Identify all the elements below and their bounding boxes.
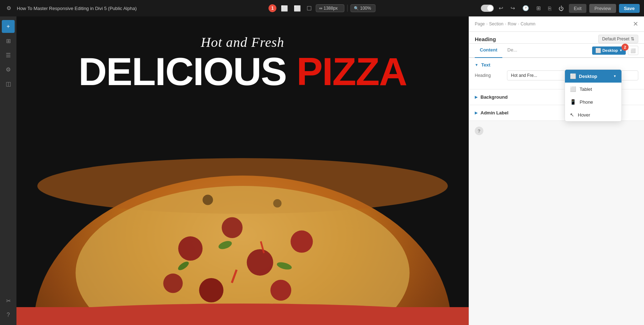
canvas-content: Hot and Fresh DELICIOUS PIZZA bbox=[16, 16, 469, 325]
help-btn[interactable]: ? bbox=[2, 309, 15, 321]
phone-icon: 📱 bbox=[570, 99, 576, 105]
portability-btn[interactable]: ⎘ bbox=[546, 4, 553, 13]
breadcrumb: Page › Section › Row › Column bbox=[475, 21, 535, 26]
layers-icon: ◫ bbox=[6, 80, 11, 87]
desktop-icon-small: ⬜ bbox=[595, 48, 601, 53]
hero-subtitle: Hot and Fresh bbox=[78, 34, 406, 50]
topbar-title: How To Master Responsive Editing in Divi… bbox=[17, 6, 477, 11]
breadcrumb-row[interactable]: Row bbox=[508, 21, 516, 26]
svg-point-9 bbox=[199, 278, 223, 302]
undo-btn[interactable]: ↩ bbox=[497, 4, 506, 13]
tab-design[interactable]: De... bbox=[502, 44, 522, 58]
pizza-image-container bbox=[16, 110, 469, 325]
admin-label-label: Admin Label bbox=[480, 110, 508, 115]
resp-btn-wrapper: ⬜ Desktop ▼ 2 bbox=[592, 46, 626, 55]
help-circle-btn[interactable]: ? bbox=[475, 127, 483, 135]
svg-point-6 bbox=[291, 231, 313, 253]
right-panel: Page › Section › Row › Column ✕ Heading … bbox=[469, 16, 644, 325]
topbar: ⚙ How To Master Responsive Editing in Di… bbox=[0, 0, 644, 16]
breadcrumb-column[interactable]: Column bbox=[521, 21, 535, 26]
layout-icon: ⊞ bbox=[6, 38, 11, 44]
pizza-svg bbox=[16, 110, 469, 325]
left-sidebar: + ⊞ ☰ ⚙ ◫ ✂ ? bbox=[0, 16, 16, 325]
hero-title: DELICIOUS PIZZA bbox=[78, 52, 406, 91]
save-btn[interactable]: Save bbox=[619, 4, 640, 13]
text-section-label: Text bbox=[481, 62, 491, 68]
device-phone-btn[interactable]: ☐ bbox=[305, 4, 313, 13]
settings-gear-btn[interactable]: ⚙ bbox=[4, 4, 13, 13]
question-mark-icon: ? bbox=[478, 128, 480, 134]
preset-btn[interactable]: Default Preset ⇅ bbox=[598, 35, 638, 43]
plus-icon: + bbox=[6, 23, 10, 30]
tablet-icon: ⬜ bbox=[570, 86, 576, 92]
responsive-toggle-btn[interactable]: ⬜ bbox=[628, 46, 638, 55]
panel-module-title: Heading bbox=[475, 36, 496, 42]
modules-icon: ☰ bbox=[6, 52, 11, 59]
width-display[interactable]: ⇔ 1388px bbox=[316, 4, 345, 12]
power-btn[interactable]: ⏻ bbox=[556, 4, 566, 13]
layers-btn[interactable]: ◫ bbox=[2, 77, 15, 90]
history-btn[interactable]: 🕐 bbox=[520, 4, 531, 13]
topbar-right: ↩ ↪ 🕐 ⊞ ⎘ ⏻ Exit Preview Save bbox=[481, 4, 640, 13]
responsive-icon: ⬜ bbox=[630, 48, 636, 53]
canvas-area: Hot and Fresh DELICIOUS PIZZA bbox=[16, 16, 469, 325]
panel-title-row: Heading Default Preset ⇅ bbox=[469, 32, 644, 44]
desktop-icon: ⬜ bbox=[570, 73, 576, 79]
responsive-btn[interactable]: ⊞ bbox=[534, 4, 543, 13]
background-label: Background bbox=[480, 94, 508, 100]
hero-title-red: PIZZA bbox=[297, 49, 407, 93]
tab-design-label: De... bbox=[507, 47, 517, 53]
add-module-btn[interactable]: + bbox=[2, 20, 15, 33]
svg-point-8 bbox=[270, 280, 291, 301]
device-option-tablet[interactable]: ⬜ Tablet bbox=[565, 83, 621, 95]
tab-content[interactable]: Content bbox=[475, 44, 502, 58]
tab-responsive-controls: ⬜ Desktop ▼ 2 ⬜ bbox=[592, 44, 638, 57]
badge-1[interactable]: 1 bbox=[269, 4, 277, 12]
device-desktop-btn[interactable]: ⬜ bbox=[279, 4, 289, 13]
device-dropdown: ⬜ Desktop ▼ ⬜ Tablet 📱 Phone ↖ Hover bbox=[565, 69, 622, 122]
svg-point-4 bbox=[247, 249, 273, 276]
heading-field-label: Heading bbox=[475, 73, 507, 78]
device-option-phone[interactable]: 📱 Phone bbox=[565, 95, 621, 108]
hover-icon: ↖ bbox=[570, 112, 574, 118]
svg-point-16 bbox=[273, 199, 282, 207]
svg-point-15 bbox=[203, 194, 213, 205]
help-icon: ? bbox=[7, 312, 10, 318]
device-option-desktop[interactable]: ⬜ Desktop ▼ bbox=[565, 70, 621, 83]
main-layout: + ⊞ ☰ ⚙ ◫ ✂ ? Hot and Fresh DE bbox=[0, 16, 644, 325]
pizza-hero-section[interactable]: Hot and Fresh DELICIOUS PIZZA bbox=[16, 16, 469, 325]
theme-toggle[interactable] bbox=[481, 5, 494, 12]
breadcrumb-section[interactable]: Section bbox=[489, 21, 503, 26]
breadcrumb-page[interactable]: Page bbox=[475, 21, 485, 26]
scissors-icon: ✂ bbox=[6, 297, 11, 304]
badge-2: 2 bbox=[621, 44, 629, 51]
svg-point-5 bbox=[222, 217, 243, 238]
chevron-right-icon-admin: ▶ bbox=[475, 111, 478, 115]
chevron-down-icon: ▼ bbox=[475, 63, 478, 67]
hero-text-area: Hot and Fresh DELICIOUS PIZZA bbox=[78, 34, 406, 91]
settings-icon: ⚙ bbox=[6, 66, 11, 73]
settings-btn[interactable]: ⚙ bbox=[2, 63, 15, 76]
device-tablet-btn[interactable]: ⬜ bbox=[292, 4, 302, 13]
panel-tabs: Content De... ⬜ Desktop ▼ 2 ⬜ bbox=[469, 44, 644, 58]
hero-title-white: DELICIOUS bbox=[78, 49, 297, 93]
tools-btn[interactable]: ✂ bbox=[2, 294, 15, 307]
redo-btn[interactable]: ↪ bbox=[508, 4, 517, 13]
panel-close-btn[interactable]: ✕ bbox=[633, 21, 638, 27]
text-section-header[interactable]: ▼ Text bbox=[469, 58, 644, 70]
dropdown-arrow: ▼ bbox=[613, 74, 616, 78]
panel-header: Page › Section › Row › Column ✕ bbox=[469, 16, 644, 32]
device-select-btn[interactable]: ⬜ Desktop ▼ bbox=[592, 46, 626, 55]
exit-btn[interactable]: Exit bbox=[569, 4, 587, 13]
device-option-hover[interactable]: ↖ Hover bbox=[565, 108, 621, 121]
zoom-display[interactable]: 🔍 100% bbox=[351, 4, 376, 12]
modules-btn[interactable]: ☰ bbox=[2, 49, 15, 61]
svg-point-3 bbox=[178, 236, 203, 261]
chevron-right-icon: ▶ bbox=[475, 95, 478, 99]
preview-btn[interactable]: Preview bbox=[589, 4, 616, 13]
svg-point-7 bbox=[163, 274, 182, 293]
panel-help: ? bbox=[469, 121, 644, 141]
layout-btn[interactable]: ⊞ bbox=[2, 34, 15, 47]
topbar-center: 1 ⬜ ⬜ ☐ ⇔ 1388px 🔍 100% bbox=[269, 4, 376, 13]
